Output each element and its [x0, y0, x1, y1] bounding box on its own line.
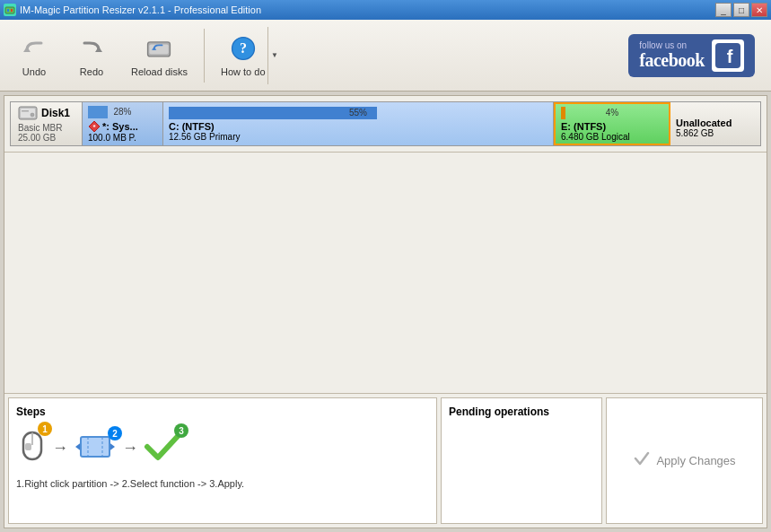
step2-icon: 2 [72, 430, 118, 467]
toolbar-separator [204, 29, 205, 83]
howto-icon: ? [229, 34, 258, 63]
partition-c[interactable]: 55% C: (NTFS) 12.56 GB Primary [163, 102, 554, 145]
disk-row: Disk1 Basic MBR 25.00 GB 28% * [10, 101, 761, 146]
e-pct: 4% [606, 108, 618, 118]
maximize-button[interactable]: □ [733, 3, 749, 17]
app-icon [4, 4, 16, 16]
facebook-banner[interactable]: follow us on facebook f [628, 34, 755, 77]
svg-text:f: f [727, 47, 733, 66]
step2-number: 2 [108, 426, 122, 440]
c-bar: 55% [169, 107, 548, 119]
reload-label: Reload disks [131, 66, 188, 77]
steps-title: Steps [16, 406, 429, 418]
undo-icon [20, 34, 48, 63]
system-flag-icon: * [88, 120, 101, 133]
bottom-area: Steps 1 → [4, 393, 767, 528]
reload-icon [145, 34, 173, 63]
svg-rect-15 [22, 110, 29, 112]
steps-diagram: 1 → [16, 425, 429, 471]
step3-icon: 3 [142, 427, 185, 469]
e-bar-fill [561, 107, 565, 119]
howto-button[interactable]: ? How to do [212, 29, 267, 83]
apply-panel: Apply Changes [606, 397, 763, 524]
c-label: C: (NTFS) [169, 121, 548, 132]
undo-label: Undo [22, 66, 46, 77]
unalloc-sub: 5.862 GB [676, 128, 755, 138]
c-pct: 55% [349, 108, 367, 118]
steps-text: 1.Right click partition -> 2.Select func… [16, 478, 429, 489]
apply-label: Apply Changes [656, 454, 735, 467]
svg-rect-23 [81, 437, 110, 457]
system-pct: 28% [113, 107, 131, 117]
arrow2: → [122, 439, 138, 458]
undo-button[interactable]: Undo [7, 29, 61, 83]
title-bar: IM-Magic Partition Resizer v2.1.1 - Prof… [0, 0, 771, 20]
partition-system[interactable]: 28% * *: Sys... 100.0 MB P. [83, 102, 163, 145]
disk-size: 25.00 GB [18, 133, 56, 143]
howto-label: How to do [221, 66, 266, 77]
e-sub: 6.480 GB Logical [561, 132, 663, 142]
arrow1: → [52, 439, 68, 458]
disk-title: Disk1 [18, 105, 74, 121]
system-bar-fill [88, 106, 108, 118]
svg-rect-2 [11, 9, 13, 12]
disk-number: Disk1 [41, 107, 70, 119]
system-label: *: Sys... [102, 121, 138, 132]
step1-icon: 1 [16, 425, 48, 471]
pending-title: Pending operations [449, 406, 594, 418]
unalloc-label: Unallocated [676, 118, 755, 128]
title-bar-controls[interactable]: _ □ ✕ [715, 3, 767, 17]
step3-number: 3 [174, 423, 188, 438]
svg-rect-1 [7, 9, 9, 12]
disk-type: Basic MBR [18, 123, 62, 133]
svg-marker-3 [23, 47, 31, 52]
c-bar-fill [169, 107, 377, 119]
svg-rect-0 [5, 7, 14, 13]
redo-button[interactable]: Redo [65, 29, 118, 83]
follow-text-area: follow us on facebook [639, 40, 705, 71]
redo-label: Redo [80, 66, 103, 77]
close-button[interactable]: ✕ [751, 3, 767, 17]
window-title: IM-Magic Partition Resizer v2.1.1 - Prof… [20, 4, 261, 15]
partition-e[interactable]: 4% E: (NTFS) 6.480 GB Logical [554, 102, 670, 145]
hdd-icon [18, 105, 38, 121]
toolbar: Undo Redo Reload [0, 20, 771, 92]
c-sub: 12.56 GB Primary [169, 132, 548, 142]
svg-marker-4 [95, 47, 102, 52]
main-content: Disk1 Basic MBR 25.00 GB 28% * [4, 95, 767, 528]
reload-button[interactable]: Reload disks [122, 29, 197, 83]
svg-rect-20 [25, 443, 31, 450]
partition-unallocated[interactable]: Unallocated 5.862 GB [670, 102, 760, 145]
follow-text: follow us on [639, 40, 705, 50]
system-bar: 28% [88, 106, 157, 118]
step1-number: 1 [38, 422, 52, 436]
disk-area: Disk1 Basic MBR 25.00 GB 28% * [4, 96, 767, 153]
apply-check-icon [633, 449, 651, 472]
apply-changes-button[interactable]: Apply Changes [620, 442, 748, 479]
system-sub: 100.0 MB P. [88, 133, 157, 143]
howto-button-area[interactable]: ? How to do ▼ [212, 27, 282, 84]
disk-info: Disk1 Basic MBR 25.00 GB [11, 102, 83, 145]
toolbar-left: Undo Redo Reload [7, 27, 282, 84]
svg-point-14 [31, 113, 34, 117]
minimize-button[interactable]: _ [715, 3, 732, 17]
e-label: E: (NTFS) [561, 121, 663, 132]
facebook-brand: facebook [639, 50, 705, 71]
facebook-icon: f [712, 39, 744, 72]
title-bar-left: IM-Magic Partition Resizer v2.1.1 - Prof… [4, 4, 261, 16]
e-bar: 4% [561, 107, 663, 119]
empty-area [4, 153, 767, 393]
redo-icon [77, 34, 106, 63]
svg-text:?: ? [240, 40, 247, 56]
howto-dropdown-arrow[interactable]: ▼ [267, 27, 282, 84]
pending-panel: Pending operations [441, 397, 602, 524]
steps-panel: Steps 1 → [8, 397, 437, 524]
disk-info-sub: Basic MBR 25.00 GB [18, 123, 74, 143]
